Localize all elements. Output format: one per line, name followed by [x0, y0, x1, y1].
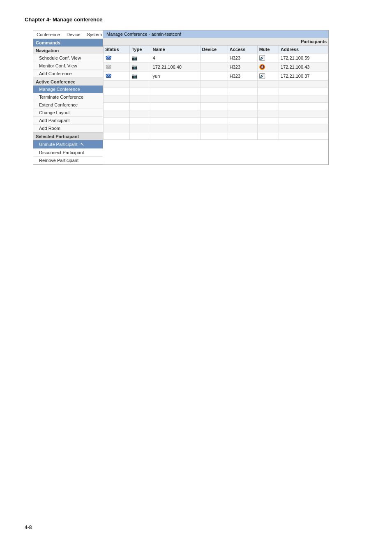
- cell-status: ☎: [104, 72, 130, 81]
- sidebar-remove-participant[interactable]: Remove Participant: [33, 157, 103, 164]
- cell-type: 📷: [130, 53, 151, 62]
- table-row[interactable]: ☎📷yunH323🔊172.21.100.37: [104, 72, 328, 81]
- participants-label-row: Participants: [103, 38, 328, 45]
- sidebar-unmute-participant[interactable]: Unmute Participant ↖: [33, 140, 103, 149]
- cell-status: ☎: [104, 53, 130, 62]
- col-name: Name: [151, 46, 200, 53]
- cell-access: H323: [228, 72, 257, 81]
- cell-name: yun: [151, 72, 200, 81]
- camera-icon: 📷: [131, 73, 138, 79]
- table-row[interactable]: ☎📷172.21.106.40H323🔇172.21.100.43: [104, 62, 328, 72]
- sidebar-add-conference[interactable]: Add Conference: [33, 70, 103, 78]
- table-empty-row: [104, 88, 328, 95]
- sidebar-manage-conference[interactable]: Manage Conference: [33, 86, 103, 93]
- cell-mute: 🔇: [257, 62, 279, 72]
- table-empty-row: [104, 118, 328, 125]
- top-nav-bar: Conference Device System Management Syst…: [33, 30, 103, 39]
- cell-address: 172.21.100.59: [279, 53, 328, 62]
- cell-name: 4: [151, 53, 200, 62]
- main-content: Manage Conference - admin-testconf Parti…: [103, 30, 328, 164]
- cell-access: H323: [228, 53, 257, 62]
- page-title: Chapter 4- Manage conference: [25, 16, 367, 23]
- sidebar-monitor-conf[interactable]: Monitor Conf. View: [33, 62, 103, 70]
- cell-name: 172.21.106.40: [151, 62, 200, 72]
- table-empty-row: [104, 81, 328, 88]
- cell-address: 172.21.100.43: [279, 62, 328, 72]
- camera-icon: 📷: [131, 55, 138, 61]
- cursor-icon: ↖: [80, 141, 84, 147]
- nav-device[interactable]: Device: [63, 30, 84, 39]
- participants-table: Status Type Name Device Access Mute Addr…: [103, 45, 328, 140]
- cell-device: [200, 72, 228, 81]
- sidebar-add-room[interactable]: Add Room: [33, 125, 103, 132]
- table-empty-row: [104, 125, 328, 132]
- mute-icon-off[interactable]: 🔊: [259, 73, 265, 79]
- cell-address: 172.21.100.37: [279, 72, 328, 81]
- col-access: Access: [228, 46, 257, 53]
- ui-container: Conference Device System Management Syst…: [33, 30, 329, 165]
- sidebar-add-participant[interactable]: Add Participant: [33, 117, 103, 125]
- col-mute: Mute: [257, 46, 279, 53]
- navigation-label: Navigation: [33, 46, 103, 54]
- sidebar: Conference Device System Management Syst…: [33, 30, 103, 164]
- table-empty-row: [104, 103, 328, 110]
- table-empty-row: [104, 110, 328, 118]
- camera-icon: 📷: [131, 64, 138, 70]
- cell-device: [200, 62, 228, 72]
- sidebar-disconnect-participant[interactable]: Disconnect Participant: [33, 149, 103, 157]
- phone-icon: ☎: [105, 64, 112, 70]
- sidebar-terminate-conference[interactable]: Terminate Conference: [33, 93, 103, 101]
- breadcrumb: Manage Conference - admin-testconf: [103, 30, 328, 38]
- table-row[interactable]: ☎📷4H323🔊172.21.100.59: [104, 53, 328, 62]
- col-type: Type: [130, 46, 151, 53]
- cell-type: 📷: [130, 72, 151, 81]
- cell-type: 📷: [130, 62, 151, 72]
- table-empty-row: [104, 95, 328, 103]
- unmute-participant-label: Unmute Participant: [39, 142, 78, 147]
- cell-access: H323: [228, 62, 257, 72]
- commands-header: Commands: [33, 39, 103, 46]
- col-address: Address: [279, 46, 328, 53]
- cell-mute: 🔊: [257, 72, 279, 81]
- sidebar-schedule-conf[interactable]: Schedule Conf. View: [33, 54, 103, 62]
- active-conference-label: Active Conference: [33, 78, 103, 86]
- cell-device: [200, 53, 228, 62]
- table-empty-row: [104, 132, 328, 140]
- participants-label: Participants: [301, 39, 327, 44]
- col-status: Status: [104, 46, 130, 53]
- sidebar-extend-conference[interactable]: Extend Conference: [33, 101, 103, 109]
- page-number: 4-8: [25, 525, 32, 530]
- selected-participant-label: Selected Participant: [33, 132, 103, 140]
- sidebar-change-layout[interactable]: Change Layout: [33, 109, 103, 117]
- phone-icon: ☎: [105, 55, 112, 61]
- nav-conference[interactable]: Conference: [33, 30, 63, 39]
- table-header-row: Status Type Name Device Access Mute Addr…: [104, 46, 328, 53]
- col-device: Device: [200, 46, 228, 53]
- phone-icon: ☎: [105, 73, 112, 79]
- mute-icon-off[interactable]: 🔊: [259, 55, 265, 61]
- cell-mute: 🔊: [257, 53, 279, 62]
- mute-icon-orange[interactable]: 🔇: [259, 64, 265, 70]
- cell-status: ☎: [104, 62, 130, 72]
